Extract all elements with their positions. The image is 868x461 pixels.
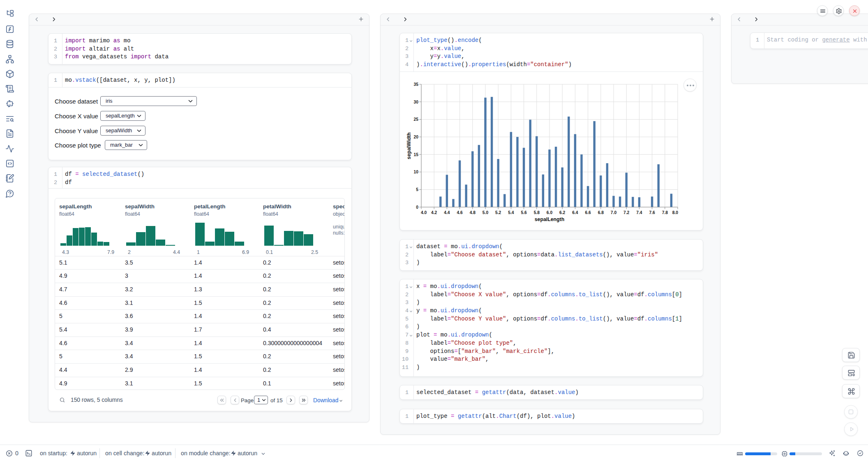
- svg-text:5: 5: [416, 187, 418, 192]
- svg-text:5.4: 5.4: [508, 210, 514, 215]
- svg-text:7.0: 7.0: [611, 210, 617, 215]
- svg-text:35: 35: [414, 82, 419, 87]
- svg-text:5.8: 5.8: [534, 210, 540, 215]
- svg-text:30: 30: [414, 100, 419, 104]
- svg-text:4.2: 4.2: [431, 210, 437, 215]
- svg-text:6.8: 6.8: [598, 210, 604, 215]
- svg-text:4.6: 4.6: [457, 210, 463, 215]
- svg-text:6.6: 6.6: [585, 210, 591, 215]
- svg-text:20: 20: [414, 135, 419, 139]
- svg-text:7.2: 7.2: [623, 210, 630, 215]
- svg-text:7.6: 7.6: [649, 210, 655, 215]
- svg-text:25: 25: [414, 117, 419, 122]
- svg-text:6.2: 6.2: [559, 210, 566, 215]
- svg-text:4.0: 4.0: [421, 210, 427, 215]
- svg-text:5.0: 5.0: [482, 210, 489, 215]
- svg-text:10: 10: [414, 170, 419, 174]
- svg-text:7.4: 7.4: [636, 210, 642, 215]
- svg-text:15: 15: [414, 152, 419, 157]
- svg-text:4.4: 4.4: [444, 210, 450, 215]
- svg-text:6.4: 6.4: [572, 210, 578, 215]
- svg-text:0: 0: [416, 205, 418, 210]
- svg-text:sepalWidth: sepalWidth: [406, 132, 412, 159]
- svg-text:sepalLength: sepalLength: [535, 217, 564, 222]
- svg-text:4.8: 4.8: [470, 210, 476, 215]
- svg-text:5.6: 5.6: [521, 210, 527, 215]
- svg-text:7.8: 7.8: [662, 210, 668, 215]
- svg-text:6.0: 6.0: [547, 210, 553, 215]
- svg-text:8.0: 8.0: [672, 210, 679, 215]
- svg-text:5.2: 5.2: [495, 210, 501, 215]
